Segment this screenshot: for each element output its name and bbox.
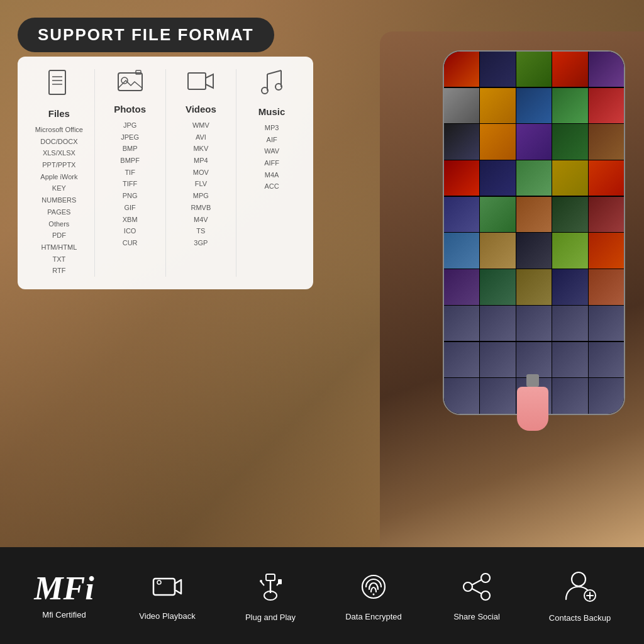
svg-rect-7 [188, 73, 206, 89]
thumb-5 [589, 52, 624, 87]
music-item-3: AIFF [242, 157, 302, 169]
thumb-20 [589, 160, 624, 196]
usb-body [517, 387, 548, 431]
videos-item-2: MKV [171, 143, 231, 155]
feature-video: Video Playback [116, 571, 219, 621]
photos-item-8: XBM [100, 214, 160, 226]
thumb-35 [589, 269, 624, 304]
files-column: Files Microsoft Office DOC/DOCX XLS/XLSX… [24, 69, 95, 277]
thumb-30 [589, 233, 624, 268]
phone-area [380, 31, 644, 547]
feature-label-video: Video Playback [139, 611, 195, 621]
feature-label-mfi: Mfi Certified [42, 610, 86, 619]
thumb-18 [516, 160, 552, 196]
feature-encrypted: Data Encrypted [322, 570, 425, 621]
svg-line-18 [261, 582, 264, 586]
svg-rect-13 [153, 579, 175, 595]
thumb-32 [480, 269, 515, 304]
thumb-47 [480, 378, 515, 413]
thumb-25 [589, 197, 624, 232]
contacts-icon [564, 569, 596, 608]
files-item-12: RTF [29, 265, 89, 277]
feature-label-encrypted: Data Encrypted [345, 612, 402, 621]
thumb-34 [552, 269, 587, 304]
svg-rect-21 [278, 579, 282, 584]
content-area: SUPPORT FILE FORMAT Files Microsoft Offi… [0, 0, 644, 547]
svg-line-8 [267, 70, 281, 74]
thumb-16 [444, 160, 479, 196]
videos-item-0: WMV [171, 119, 231, 131]
phone-screen [443, 50, 625, 415]
thumb-12 [480, 124, 515, 159]
thumb-3 [516, 52, 552, 87]
photos-item-2: BMP [100, 143, 160, 155]
mfi-label: MFi [34, 570, 94, 606]
thumb-2 [480, 52, 515, 87]
svg-point-23 [481, 574, 490, 582]
fingerprint-icon [357, 570, 390, 607]
videos-icon [171, 69, 231, 99]
camera-icon [152, 571, 183, 606]
photos-title: Photos [100, 104, 160, 114]
music-column: Music MP3 AIF WAV AIFF M4A ACC [236, 69, 307, 277]
support-format-banner: SUPPORT FILE FORMAT [18, 18, 274, 52]
videos-item-8: M4V [171, 214, 231, 226]
videos-item-6: MPG [171, 190, 231, 202]
thumb-46 [444, 378, 479, 413]
svg-rect-0 [49, 70, 65, 94]
videos-column: Videos WMV AVI MKV MP4 MOV FLV MPG RMVB … [166, 69, 237, 277]
thumb-26 [444, 233, 479, 268]
thumb-14 [552, 124, 587, 159]
thumb-43 [516, 342, 552, 377]
thumb-36 [444, 306, 479, 341]
thumb-31 [444, 269, 479, 304]
videos-title: Videos [171, 104, 231, 114]
thumb-22 [480, 197, 515, 232]
thumb-28 [516, 233, 552, 268]
thumb-41 [444, 342, 479, 377]
files-item-0: Microsoft Office [29, 124, 89, 136]
music-item-2: WAV [242, 145, 302, 157]
files-title: Files [29, 108, 89, 119]
photos-item-9: ICO [100, 225, 160, 237]
svg-point-14 [157, 580, 161, 584]
photos-item-10: CUR [100, 237, 160, 249]
feature-label-share: Share Social [453, 612, 500, 621]
photos-item-6: PNG [100, 190, 160, 202]
usb-icon [255, 569, 286, 608]
banner-title: SUPPORT FILE FORMAT [38, 25, 254, 44]
files-item-7: PAGES [29, 206, 89, 218]
thumb-40 [589, 306, 624, 341]
svg-point-19 [260, 580, 262, 582]
files-item-8: Others [29, 218, 89, 230]
feature-contacts: Contacts Backup [528, 569, 631, 623]
thumb-15 [589, 124, 624, 159]
share-icon [460, 570, 493, 607]
thumb-13 [516, 124, 552, 159]
music-icon [242, 69, 302, 101]
thumb-45 [589, 342, 624, 377]
videos-item-4: MOV [171, 167, 231, 179]
svg-point-5 [121, 77, 128, 84]
feature-mfi: MFi Mfi Certified [13, 572, 116, 619]
photos-column: Photos JPG JPEG BMP BMPF TIF TIFF PNG GI… [95, 69, 166, 277]
thumb-44 [552, 342, 587, 377]
videos-item-5: FLV [171, 178, 231, 190]
files-item-4: Apple iWork [29, 171, 89, 183]
svg-point-25 [481, 591, 490, 600]
thumb-1 [444, 52, 479, 87]
feature-plug: Plug and Play [219, 569, 322, 622]
thumb-8 [516, 88, 552, 123]
thumb-6 [444, 88, 479, 123]
files-item-9: PDF [29, 230, 89, 242]
thumb-7 [480, 88, 515, 123]
files-item-6: NUMBERS [29, 194, 89, 206]
thumb-29 [552, 233, 587, 268]
videos-item-1: AVI [171, 131, 231, 143]
thumb-37 [480, 306, 515, 341]
usb-connector [526, 374, 539, 387]
videos-item-7: RMVB [171, 202, 231, 214]
files-item-1: DOC/DOCX [29, 136, 89, 148]
svg-point-22 [373, 593, 375, 595]
feature-share: Share Social [425, 570, 528, 621]
